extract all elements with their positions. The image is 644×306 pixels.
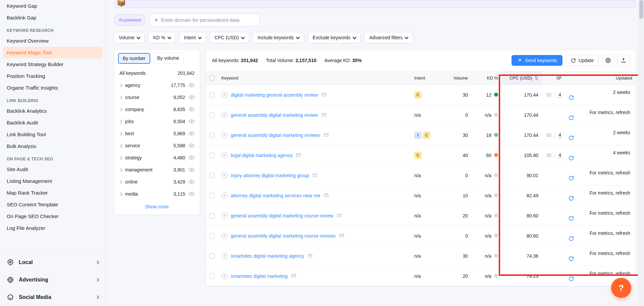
row-checkbox[interactable] bbox=[209, 273, 215, 279]
row-checkbox[interactable] bbox=[209, 112, 215, 118]
keyword-group-item[interactable]: agency17,775 bbox=[114, 79, 200, 91]
keyword-link[interactable]: smartsites digital marketing agency bbox=[231, 253, 304, 259]
keyword-group-item[interactable]: course9,052 bbox=[114, 91, 200, 103]
eye-icon[interactable] bbox=[189, 118, 195, 124]
sidebar-item[interactable]: Map Rank Tracker bbox=[0, 187, 105, 199]
sidebar-item[interactable]: On Page SEO Checker bbox=[0, 210, 105, 222]
sidebar-item[interactable]: Site Audit bbox=[0, 163, 105, 175]
export-button[interactable] bbox=[618, 54, 630, 66]
filter-dropdown[interactable]: KD % bbox=[148, 32, 176, 43]
serp-icon[interactable] bbox=[339, 233, 344, 238]
refresh-icon[interactable] bbox=[569, 155, 632, 161]
sidebar-bottom-item[interactable]: Advertising bbox=[0, 271, 105, 289]
refresh-icon[interactable] bbox=[569, 196, 632, 201]
sidebar-bottom-item[interactable]: Social Media bbox=[0, 289, 105, 306]
add-keyword-icon[interactable]: + bbox=[221, 233, 227, 239]
add-keyword-icon[interactable]: + bbox=[221, 273, 227, 279]
sf-count[interactable]: 4 bbox=[558, 152, 562, 158]
sidebar-item[interactable]: Backlink Gap bbox=[0, 12, 105, 23]
keyword-group-item[interactable]: strategy4,480 bbox=[114, 152, 200, 164]
keyword-link[interactable]: attorney digital marketing services near… bbox=[231, 193, 320, 198]
refresh-icon[interactable] bbox=[569, 135, 632, 141]
filter-dropdown[interactable]: Advanced filters bbox=[364, 32, 413, 43]
keyword-group-item[interactable]: best5,869 bbox=[114, 128, 200, 140]
keyword-link[interactable]: general assembly digital marketing cours… bbox=[231, 213, 333, 218]
serp-icon[interactable] bbox=[337, 213, 342, 218]
eye-icon[interactable] bbox=[189, 131, 195, 137]
add-keyword-icon[interactable]: + bbox=[221, 112, 227, 118]
filter-dropdown[interactable]: CPC (USD) bbox=[210, 32, 249, 43]
sf-count[interactable]: 4 bbox=[558, 92, 562, 98]
settings-button[interactable] bbox=[602, 54, 614, 66]
sidebar-item[interactable]: Backlink Audit bbox=[0, 117, 105, 129]
col-kd[interactable]: KD % bbox=[471, 71, 501, 85]
sidebar-item[interactable]: SEO Content Template bbox=[0, 199, 105, 210]
serp-icon[interactable] bbox=[308, 253, 313, 258]
serp-icon[interactable] bbox=[321, 112, 326, 117]
sidebar-item[interactable]: Link Building Tool bbox=[0, 129, 105, 140]
filter-dropdown[interactable]: Exclude keywords bbox=[308, 32, 361, 43]
row-checkbox[interactable] bbox=[209, 133, 215, 138]
sidebar-bottom-item[interactable]: Local bbox=[0, 254, 105, 271]
scrollbar-track[interactable] bbox=[638, 0, 644, 306]
eye-icon[interactable] bbox=[189, 179, 195, 185]
col-volume[interactable]: Volume bbox=[441, 71, 471, 85]
col-cpc[interactable]: CPC (USD) ⇅ bbox=[501, 71, 542, 85]
eye-icon[interactable] bbox=[189, 94, 195, 100]
row-checkbox[interactable] bbox=[209, 233, 215, 239]
add-keyword-icon[interactable]: + bbox=[221, 92, 227, 98]
keyword-link[interactable]: general assembly digital marketing revie… bbox=[231, 133, 320, 138]
keyword-group-item[interactable]: management3,901 bbox=[114, 164, 200, 176]
serp-icon[interactable] bbox=[324, 133, 329, 138]
show-more-button[interactable]: Show more bbox=[114, 200, 200, 209]
refresh-icon[interactable] bbox=[569, 95, 632, 100]
sidebar-item[interactable]: Backlink Analytics bbox=[0, 105, 105, 117]
sidebar-item[interactable]: Listing Management bbox=[0, 175, 105, 187]
eye-icon[interactable] bbox=[189, 167, 195, 173]
sidebar-item[interactable]: Keyword Magic Tool bbox=[3, 47, 103, 58]
refresh-icon[interactable] bbox=[569, 216, 632, 221]
keyword-group-item[interactable]: online3,429 bbox=[114, 176, 200, 188]
filter-dropdown[interactable]: Volume bbox=[114, 32, 145, 43]
row-checkbox[interactable] bbox=[209, 153, 215, 158]
serp-icon[interactable] bbox=[296, 153, 301, 158]
sidebar-item[interactable]: Position Tracking bbox=[0, 70, 105, 82]
keyword-group-item[interactable]: company8,835 bbox=[114, 103, 200, 115]
refresh-icon[interactable] bbox=[569, 236, 632, 241]
row-checkbox[interactable] bbox=[209, 92, 215, 98]
sidebar-item[interactable]: Organic Traffic Insights bbox=[0, 82, 105, 94]
keyword-link[interactable]: legal digital marketing agency bbox=[231, 153, 292, 158]
keyword-link[interactable]: general assembly digital marketing revie… bbox=[231, 112, 318, 118]
keyword-group-item[interactable]: service5,588 bbox=[114, 140, 200, 152]
tab-by-number[interactable]: By number bbox=[118, 53, 150, 64]
keyword-link[interactable]: smartsites digital marketing bbox=[231, 273, 288, 279]
domain-input[interactable]: ✦ Enter domain for personalized data bbox=[149, 13, 260, 27]
sidebar-item[interactable]: Bulk Analysis bbox=[0, 140, 105, 152]
add-keyword-icon[interactable]: + bbox=[221, 132, 227, 138]
sf-count[interactable]: 4 bbox=[558, 132, 562, 138]
select-all-checkbox[interactable] bbox=[209, 75, 215, 81]
tab-by-volume[interactable]: By volume bbox=[153, 53, 183, 64]
sidebar-item[interactable]: Keyword Overview bbox=[0, 35, 105, 47]
eye-icon[interactable] bbox=[189, 82, 195, 88]
serp-icon[interactable] bbox=[291, 273, 296, 278]
sidebar-item[interactable]: Log File Analyzer bbox=[0, 222, 105, 234]
refresh-icon[interactable] bbox=[569, 256, 632, 261]
refresh-icon[interactable] bbox=[569, 175, 632, 181]
filter-dropdown[interactable]: Intent bbox=[179, 32, 206, 43]
sidebar-item[interactable]: Keyword Gap bbox=[0, 0, 105, 12]
row-checkbox[interactable] bbox=[209, 213, 215, 218]
scrollbar-thumb[interactable] bbox=[639, 0, 643, 19]
add-keyword-icon[interactable]: + bbox=[221, 213, 227, 219]
serp-icon[interactable] bbox=[312, 173, 317, 178]
row-checkbox[interactable] bbox=[209, 193, 215, 198]
eye-icon[interactable] bbox=[189, 191, 195, 197]
keyword-link[interactable]: general assembly digital marketing cours… bbox=[231, 233, 336, 239]
refresh-icon[interactable] bbox=[569, 115, 632, 120]
col-updated[interactable]: Updated bbox=[565, 71, 636, 85]
keyword-link[interactable]: digital marketing general assembly revie… bbox=[231, 92, 318, 98]
serp-icon[interactable] bbox=[321, 92, 326, 97]
help-fab[interactable]: ? bbox=[611, 278, 631, 298]
keyword-group-item[interactable]: media3,115 bbox=[114, 188, 200, 200]
add-keyword-icon[interactable]: + bbox=[221, 253, 227, 259]
